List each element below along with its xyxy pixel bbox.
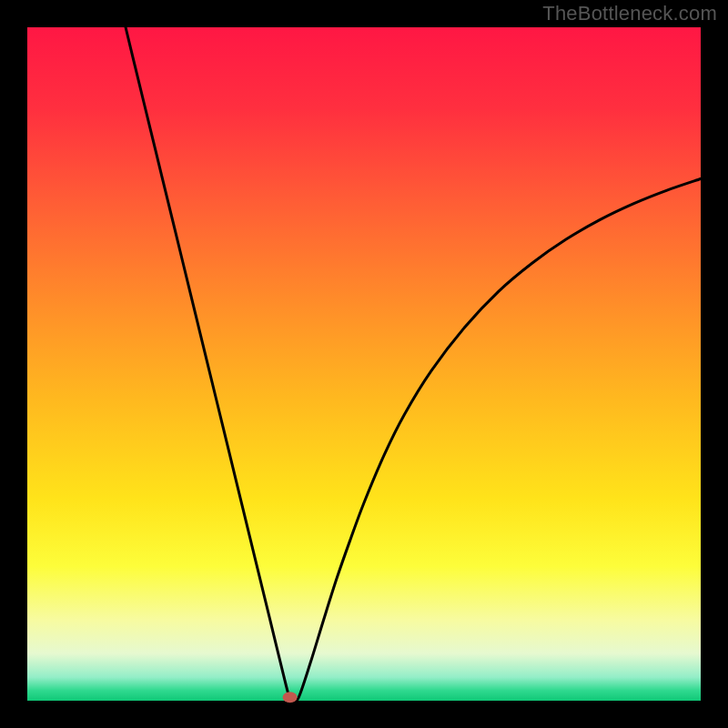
- watermark-text: TheBottleneck.com: [542, 2, 717, 25]
- plot-background: [27, 27, 701, 701]
- optimum-marker: [283, 692, 298, 703]
- bottleneck-chart: [0, 0, 728, 728]
- chart-frame: TheBottleneck.com: [0, 0, 728, 728]
